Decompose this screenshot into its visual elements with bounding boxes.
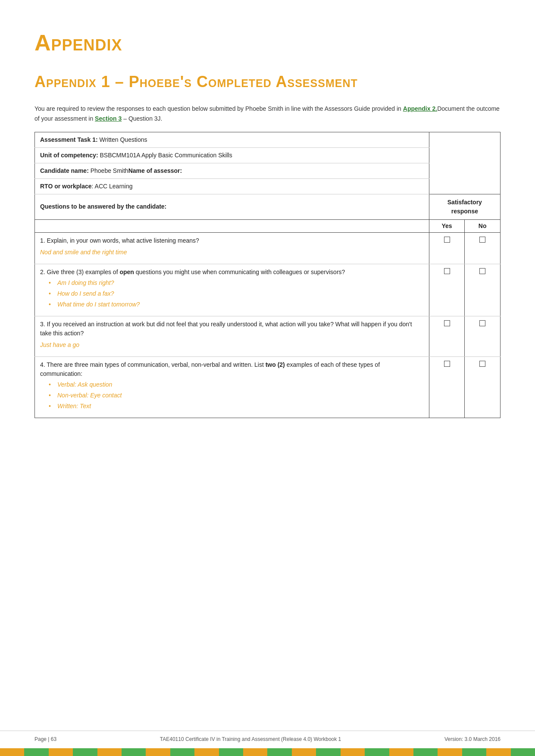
bar-seg-4 (73, 748, 97, 756)
competency-cell: Unit of competency: BSBCMM101A Apply Bas… (35, 147, 429, 163)
bar-seg-5 (97, 748, 122, 756)
bar-seg-1 (0, 748, 24, 756)
section3-link[interactable]: Section 3 (95, 115, 122, 122)
footer: Page | 63 TAE40110 Certificate IV in Tra… (0, 731, 535, 743)
bar-seg-16 (365, 748, 389, 756)
no-col-header: No (465, 219, 501, 232)
intro-text-3: – Question 3J. (122, 115, 162, 122)
intro-text-1: You are required to review the responses… (34, 105, 403, 112)
satisfactory-header: Satisfactory response (429, 194, 500, 219)
question-1-yes-checkbox[interactable] (444, 237, 450, 243)
list-item: Written: Text (49, 402, 424, 411)
bar-seg-18 (413, 748, 438, 756)
question-3-no-checkbox[interactable] (479, 320, 485, 326)
page: Appendix Appendix 1 – Phoebe's Completed… (0, 0, 535, 756)
questions-header-row: Questions to be answered by the candidat… (35, 194, 501, 219)
rto-label: RTO or workplace (40, 183, 92, 190)
question-4-cell: 4. There are three main types of communi… (35, 356, 429, 418)
bar-seg-19 (438, 748, 462, 756)
bar-seg-15 (341, 748, 365, 756)
question-1-cell: 1. Explain, in your own words, what acti… (35, 232, 429, 264)
question-2-no-cell (465, 264, 501, 316)
question-3-yes-checkbox[interactable] (444, 320, 450, 326)
rto-row: RTO or workplace: ACC Learning (35, 178, 501, 194)
bar-seg-22 (511, 748, 535, 756)
question-4-text: 4. There are three main types of communi… (40, 360, 424, 378)
list-item: Non-verbal: Eye contact (49, 391, 424, 400)
question-1-no-checkbox[interactable] (479, 237, 485, 243)
bar-seg-21 (486, 748, 510, 756)
footer-course: TAE40110 Certificate IV in Training and … (160, 735, 341, 743)
question-2-text: 2. Give three (3) examples of open quest… (40, 268, 424, 277)
footer-version: Version: 3.0 March 2016 (444, 735, 501, 743)
yes-col-header: Yes (429, 219, 465, 232)
list-item: Am I doing this right? (49, 278, 424, 287)
footer-page: Page | 63 (34, 735, 56, 743)
question-1-yes-cell (429, 232, 465, 264)
competency-label: Unit of competency: (40, 152, 98, 159)
question-1-text: 1. Explain, in your own words, what acti… (40, 236, 424, 245)
section-title: Appendix 1 – Phoebe's Completed Assessme… (34, 72, 501, 91)
bar-seg-7 (146, 748, 170, 756)
bar-seg-20 (462, 748, 486, 756)
candidate-value: Phoebe Smith (89, 167, 128, 174)
bar-seg-8 (170, 748, 194, 756)
question-2-cell: 2. Give three (3) examples of open quest… (35, 264, 429, 316)
rto-cell: RTO or workplace: ACC Learning (35, 178, 429, 194)
bar-seg-14 (316, 748, 340, 756)
table-row: 2. Give three (3) examples of open quest… (35, 264, 501, 316)
empty-col (35, 219, 429, 232)
bar-seg-3 (49, 748, 73, 756)
question-1-answer: Nod and smile and the right time (40, 248, 424, 257)
bar-seg-12 (267, 748, 291, 756)
table-row: 4. There are three main types of communi… (35, 356, 501, 418)
bottom-bar (0, 748, 535, 756)
task-label: Assessment Task 1: (40, 136, 98, 143)
competency-row: Unit of competency: BSBCMM101A Apply Bas… (35, 147, 501, 163)
list-item: What time do I start tomorrow? (49, 300, 424, 309)
candidate-label: Candidate name: (40, 167, 89, 174)
intro-paragraph: You are required to review the responses… (34, 104, 501, 123)
question-1-no-cell (465, 232, 501, 264)
bar-seg-17 (389, 748, 413, 756)
list-item: Verbal: Ask question (49, 380, 424, 389)
task-value: Written Questions (98, 136, 147, 143)
question-4-no-checkbox[interactable] (479, 361, 485, 367)
meta-table: Assessment Task 1: Written Questions Uni… (34, 132, 501, 418)
question-3-cell: 3. If you received an instruction at wor… (35, 316, 429, 356)
question-3-no-cell (465, 316, 501, 356)
task-row: Assessment Task 1: Written Questions (35, 132, 501, 147)
question-4-yes-cell (429, 356, 465, 418)
rto-value: : ACC Learning (92, 183, 133, 190)
assessor-label: Name of assessor: (128, 167, 182, 174)
question-4-yes-checkbox[interactable] (444, 361, 450, 367)
appendix2-link[interactable]: Appendix 2. (403, 105, 437, 112)
task-cell: Assessment Task 1: Written Questions (35, 132, 429, 147)
bar-seg-9 (194, 748, 219, 756)
question-4-no-cell (465, 356, 501, 418)
question-2-yes-checkbox[interactable] (444, 268, 450, 274)
questions-col-header: Questions to be answered by the candidat… (35, 194, 429, 219)
table-row: 1. Explain, in your own words, what acti… (35, 232, 501, 264)
question-4-bullets: Verbal: Ask question Non-verbal: Eye con… (49, 380, 424, 411)
list-item: How do I send a fax? (49, 289, 424, 298)
question-3-text: 3. If you received an instruction at wor… (40, 320, 424, 338)
question-3-answer: Just have a go (40, 341, 424, 350)
candidate-row: Candidate name: Phoebe SmithName of asse… (35, 163, 501, 178)
bar-seg-13 (292, 748, 316, 756)
competency-value: BSBCMM101A Apply Basic Communication Ski… (98, 152, 232, 159)
bar-seg-2 (24, 748, 48, 756)
question-3-yes-cell (429, 316, 465, 356)
main-title: Appendix (34, 26, 501, 59)
bar-seg-11 (243, 748, 267, 756)
question-2-no-checkbox[interactable] (479, 268, 485, 274)
bar-seg-6 (122, 748, 146, 756)
question-2-bullets: Am I doing this right? How do I send a f… (49, 278, 424, 309)
yes-no-header-row: Yes No (35, 219, 501, 232)
question-2-yes-cell (429, 264, 465, 316)
candidate-cell: Candidate name: Phoebe SmithName of asse… (35, 163, 429, 178)
bar-seg-10 (219, 748, 243, 756)
table-row: 3. If you received an instruction at wor… (35, 316, 501, 356)
